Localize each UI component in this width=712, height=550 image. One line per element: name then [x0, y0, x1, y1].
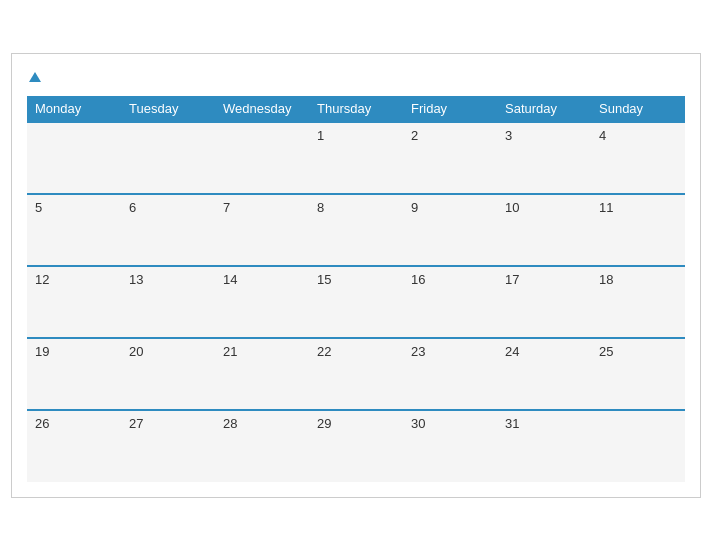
calendar-day-17: 17 — [497, 266, 591, 338]
calendar-day-18: 18 — [591, 266, 685, 338]
calendar-day-16: 16 — [403, 266, 497, 338]
calendar-day-20: 20 — [121, 338, 215, 410]
calendar-day-empty — [121, 122, 215, 194]
day-number: 26 — [35, 416, 49, 431]
calendar-day-1: 1 — [309, 122, 403, 194]
day-number: 3 — [505, 128, 512, 143]
day-number: 16 — [411, 272, 425, 287]
logo-triangle-icon — [29, 72, 41, 82]
day-number: 25 — [599, 344, 613, 359]
calendar-day-7: 7 — [215, 194, 309, 266]
day-number: 13 — [129, 272, 143, 287]
day-number: 10 — [505, 200, 519, 215]
calendar-day-13: 13 — [121, 266, 215, 338]
day-number: 11 — [599, 200, 613, 215]
calendar-container: MondayTuesdayWednesdayThursdayFridaySatu… — [11, 53, 701, 498]
weekday-header-monday: Monday — [27, 96, 121, 122]
calendar-day-8: 8 — [309, 194, 403, 266]
day-number: 4 — [599, 128, 606, 143]
calendar-day-29: 29 — [309, 410, 403, 482]
day-number: 18 — [599, 272, 613, 287]
calendar-day-4: 4 — [591, 122, 685, 194]
day-number: 17 — [505, 272, 519, 287]
calendar-day-25: 25 — [591, 338, 685, 410]
calendar-day-21: 21 — [215, 338, 309, 410]
day-number: 24 — [505, 344, 519, 359]
calendar-week-row: 567891011 — [27, 194, 685, 266]
calendar-day-empty — [215, 122, 309, 194]
calendar-day-31: 31 — [497, 410, 591, 482]
weekday-header-row: MondayTuesdayWednesdayThursdayFridaySatu… — [27, 96, 685, 122]
weekday-header-sunday: Sunday — [591, 96, 685, 122]
calendar-day-30: 30 — [403, 410, 497, 482]
calendar-header — [27, 64, 685, 88]
calendar-week-row: 1234 — [27, 122, 685, 194]
day-number: 23 — [411, 344, 425, 359]
calendar-day-3: 3 — [497, 122, 591, 194]
day-number: 8 — [317, 200, 324, 215]
calendar-day-empty — [27, 122, 121, 194]
calendar-day-2: 2 — [403, 122, 497, 194]
day-number: 31 — [505, 416, 519, 431]
day-number: 29 — [317, 416, 331, 431]
day-number: 30 — [411, 416, 425, 431]
calendar-day-27: 27 — [121, 410, 215, 482]
calendar-day-19: 19 — [27, 338, 121, 410]
day-number: 21 — [223, 344, 237, 359]
day-number: 20 — [129, 344, 143, 359]
day-number: 6 — [129, 200, 136, 215]
calendar-day-24: 24 — [497, 338, 591, 410]
day-number: 1 — [317, 128, 324, 143]
weekday-header-tuesday: Tuesday — [121, 96, 215, 122]
day-number: 28 — [223, 416, 237, 431]
day-number: 15 — [317, 272, 331, 287]
calendar-body: 1234567891011121314151617181920212223242… — [27, 122, 685, 482]
calendar-week-row: 12131415161718 — [27, 266, 685, 338]
calendar-day-11: 11 — [591, 194, 685, 266]
day-number: 7 — [223, 200, 230, 215]
calendar-day-28: 28 — [215, 410, 309, 482]
calendar-day-26: 26 — [27, 410, 121, 482]
calendar-day-15: 15 — [309, 266, 403, 338]
calendar-day-23: 23 — [403, 338, 497, 410]
calendar-day-10: 10 — [497, 194, 591, 266]
day-number: 9 — [411, 200, 418, 215]
day-number: 5 — [35, 200, 42, 215]
day-number: 14 — [223, 272, 237, 287]
day-number: 12 — [35, 272, 49, 287]
weekday-header-saturday: Saturday — [497, 96, 591, 122]
weekday-header-friday: Friday — [403, 96, 497, 122]
day-number: 22 — [317, 344, 331, 359]
calendar-day-22: 22 — [309, 338, 403, 410]
logo — [27, 68, 41, 84]
calendar-day-6: 6 — [121, 194, 215, 266]
logo-top-row — [27, 68, 41, 84]
calendar-day-5: 5 — [27, 194, 121, 266]
calendar-day-9: 9 — [403, 194, 497, 266]
calendar-day-empty — [591, 410, 685, 482]
calendar-day-14: 14 — [215, 266, 309, 338]
day-number: 27 — [129, 416, 143, 431]
calendar-thead: MondayTuesdayWednesdayThursdayFridaySatu… — [27, 96, 685, 122]
calendar-week-row: 19202122232425 — [27, 338, 685, 410]
calendar-grid: MondayTuesdayWednesdayThursdayFridaySatu… — [27, 96, 685, 482]
day-number: 2 — [411, 128, 418, 143]
calendar-week-row: 262728293031 — [27, 410, 685, 482]
calendar-day-12: 12 — [27, 266, 121, 338]
day-number: 19 — [35, 344, 49, 359]
weekday-header-thursday: Thursday — [309, 96, 403, 122]
weekday-header-wednesday: Wednesday — [215, 96, 309, 122]
